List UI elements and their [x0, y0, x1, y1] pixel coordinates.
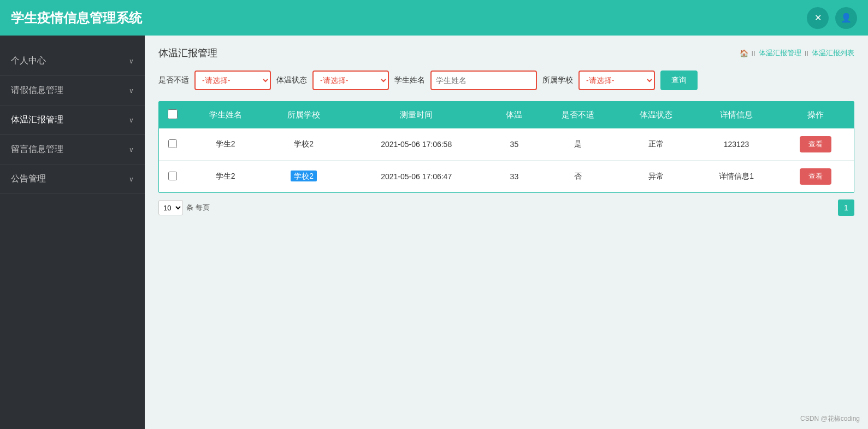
filter-select-tempstatus[interactable]: -请选择- 正常 异常 — [312, 70, 389, 90]
row1-school: 学校2 — [264, 128, 343, 161]
row2-detail: 详情信息1 — [695, 161, 777, 193]
select-all-checkbox[interactable] — [168, 109, 178, 119]
filter-select-school[interactable]: -请选择- 学校1 学校2 学校3 — [578, 70, 655, 90]
filter-input-name[interactable] — [430, 70, 537, 90]
pagination-bar: 10 20 50 条 每页 1 — [158, 199, 854, 216]
breadcrumb-sep1: II — [752, 49, 755, 57]
row2-checkbox[interactable] — [168, 172, 177, 180]
settings-icon-btn[interactable]: ✕ — [807, 7, 829, 29]
table-header-status: 体温状态 — [617, 102, 695, 128]
sidebar-item-notice[interactable]: 公告管理 ∨ — [0, 164, 145, 194]
per-page-select[interactable]: 10 20 50 — [158, 200, 183, 215]
sidebar-item-temperature[interactable]: 体温汇报管理 ∨ — [0, 105, 145, 135]
breadcrumb-home-icon: 🏠 — [740, 49, 748, 57]
sidebar-item-leave[interactable]: 请假信息管理 ∨ — [0, 76, 145, 105]
table-header-name: 学生姓名 — [186, 102, 264, 128]
filter-label-tempstatus: 体温状态 — [276, 75, 307, 85]
header-icons: ✕ 👤 — [807, 7, 857, 29]
filter-label-uncomfortable: 是否不适 — [158, 75, 189, 85]
table-row: 学生2 学校2 2021-05-06 17:06:47 33 否 异常 详情信息… — [159, 161, 854, 193]
row2-uncomfortable: 否 — [539, 161, 617, 193]
table-header-uncomfortable: 是否不适 — [539, 102, 617, 128]
row1-view-button[interactable]: 查看 — [800, 136, 831, 152]
sidebar-item-leave-arrow: ∨ — [129, 87, 134, 95]
sidebar-item-notice-arrow: ∨ — [129, 175, 134, 183]
user-icon: 👤 — [841, 13, 852, 23]
sidebar-item-notice-label: 公告管理 — [11, 173, 46, 185]
breadcrumb-link1[interactable]: 体温汇报管理 — [759, 48, 801, 58]
pagination-pages: 1 — [838, 199, 854, 216]
table-header-action: 操作 — [777, 102, 854, 128]
row1-status: 正常 — [617, 128, 695, 161]
data-table: 学生姓名 所属学校 测量时间 体温 是否不适 体温状态 详情信息 操作 — [159, 102, 854, 192]
app-title: 学生疫情信息管理系统 — [11, 9, 142, 27]
row1-checkbox[interactable] — [168, 139, 177, 148]
page-header: 体温汇报管理 🏠 II 体温汇报管理 II 体温汇报列表 — [158, 46, 854, 60]
page-title: 体温汇报管理 — [158, 46, 217, 60]
sidebar-item-message-label: 留言信息管理 — [11, 144, 63, 155]
filter-label-name: 学生姓名 — [394, 75, 425, 85]
table-header-school: 所属学校 — [264, 102, 343, 128]
table-header-detail: 详情信息 — [695, 102, 777, 128]
sidebar-item-personal-arrow: ∨ — [129, 57, 134, 65]
sidebar-item-message[interactable]: 留言信息管理 ∨ — [0, 135, 145, 164]
breadcrumb: 🏠 II 体温汇报管理 II 体温汇报列表 — [740, 48, 854, 58]
table-row: 学生2 学校2 2021-05-06 17:06:58 35 是 正常 1231… — [159, 128, 854, 161]
settings-icon: ✕ — [814, 13, 822, 23]
row2-time: 2021-05-06 17:06:47 — [343, 161, 490, 193]
main-layout: 个人中心 ∨ 请假信息管理 ∨ 体温汇报管理 ∨ 留言信息管理 ∨ 公告管理 ∨… — [0, 36, 868, 429]
table-header-temp: 体温 — [490, 102, 539, 128]
query-button[interactable]: 查询 — [660, 70, 698, 90]
filter-bar: 是否不适 -请选择- 是 否 体温状态 -请选择- 正常 异常 学生姓名 所属学… — [158, 70, 854, 90]
row1-action: 查看 — [777, 128, 854, 161]
row2-checkbox-cell — [159, 161, 186, 193]
sidebar-item-leave-label: 请假信息管理 — [11, 85, 63, 96]
per-page-label: 条 每页 — [186, 203, 210, 213]
filter-label-school: 所属学校 — [542, 75, 573, 85]
row2-school-highlight: 学校2 — [291, 171, 317, 181]
main-content: 体温汇报管理 🏠 II 体温汇报管理 II 体温汇报列表 是否不适 -请选择- … — [145, 36, 868, 429]
table-header-row: 学生姓名 所属学校 测量时间 体温 是否不适 体温状态 详情信息 操作 — [159, 102, 854, 128]
sidebar: 个人中心 ∨ 请假信息管理 ∨ 体温汇报管理 ∨ 留言信息管理 ∨ 公告管理 ∨ — [0, 36, 145, 429]
row2-name: 学生2 — [186, 161, 264, 193]
watermark: CSDN @花椒coding — [800, 414, 860, 424]
filter-select-uncomfortable[interactable]: -请选择- 是 否 — [194, 70, 271, 90]
sidebar-item-personal[interactable]: 个人中心 ∨ — [0, 46, 145, 76]
app-header: 学生疫情信息管理系统 ✕ 👤 — [0, 0, 868, 36]
data-table-wrapper: 学生姓名 所属学校 测量时间 体温 是否不适 体温状态 详情信息 操作 — [158, 101, 854, 193]
row1-uncomfortable: 是 — [539, 128, 617, 161]
row1-time: 2021-05-06 17:06:58 — [343, 128, 490, 161]
breadcrumb-current: 体温汇报列表 — [812, 48, 854, 58]
sidebar-item-temperature-label: 体温汇报管理 — [11, 114, 63, 126]
breadcrumb-sep2: II — [805, 49, 808, 57]
row2-action: 查看 — [777, 161, 854, 193]
row1-checkbox-cell — [159, 128, 186, 161]
row2-school: 学校2 — [264, 161, 343, 193]
row1-detail: 123123 — [695, 128, 777, 161]
row2-view-button[interactable]: 查看 — [800, 168, 831, 185]
sidebar-item-message-arrow: ∨ — [129, 146, 134, 154]
sidebar-item-temperature-arrow: ∨ — [129, 116, 134, 124]
user-icon-btn[interactable]: 👤 — [835, 7, 857, 29]
row1-name: 学生2 — [186, 128, 264, 161]
row2-status: 异常 — [617, 161, 695, 193]
table-header-checkbox — [159, 102, 186, 128]
row1-temp: 35 — [490, 128, 539, 161]
page-1-button[interactable]: 1 — [838, 199, 854, 216]
row2-temp: 33 — [490, 161, 539, 193]
sidebar-item-personal-label: 个人中心 — [11, 55, 46, 67]
table-header-time: 测量时间 — [343, 102, 490, 128]
